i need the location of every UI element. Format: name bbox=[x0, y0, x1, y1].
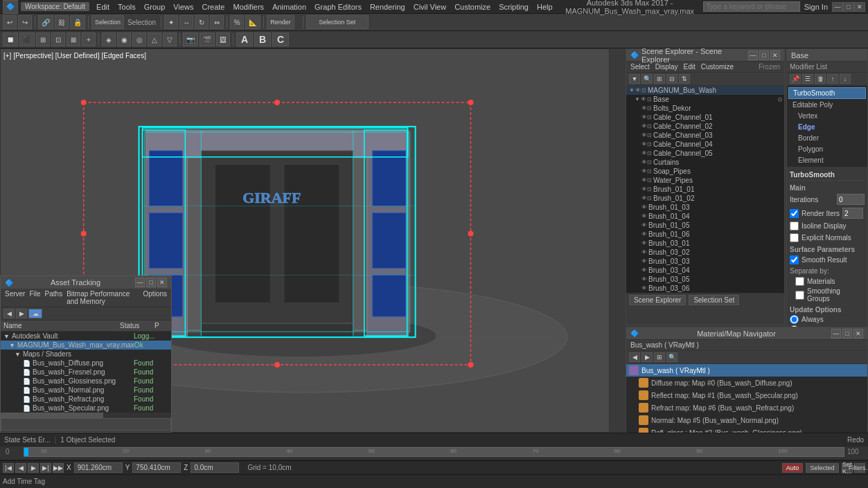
materials-check[interactable] bbox=[795, 277, 804, 286]
tb2-btn11[interactable]: ▽ bbox=[163, 33, 177, 46]
mod-item-border[interactable]: Border bbox=[788, 133, 866, 143]
filters-btn[interactable]: Filters... bbox=[854, 463, 865, 473]
menu-create[interactable]: Create bbox=[197, 1, 229, 12]
se-item-8[interactable]: 👁 ⊡ Curtains bbox=[626, 158, 784, 167]
at-search-input[interactable] bbox=[1, 418, 171, 431]
mat-item-2[interactable]: Reflect map: Map #1 (Bus_wash_Specular.p… bbox=[626, 389, 867, 401]
se-expand-btn[interactable]: ⊞ bbox=[654, 74, 665, 84]
at-close-btn[interactable]: ✕ bbox=[157, 278, 167, 287]
tb2-btn1[interactable]: 🔲 bbox=[3, 33, 18, 46]
se-item-17[interactable]: 👁 Brush_03_01 bbox=[626, 239, 784, 248]
search-input[interactable] bbox=[703, 1, 800, 12]
se-item-13[interactable]: 👁 Brush_01_03 bbox=[626, 203, 784, 212]
close-button[interactable]: ✕ bbox=[854, 2, 865, 12]
at-item-2[interactable]: ▼ Maps / Shaders bbox=[1, 350, 171, 359]
selected-btn[interactable]: Selected bbox=[806, 463, 839, 473]
se-item-5[interactable]: 👁 ⊡ Cable_Channel_03 bbox=[626, 131, 784, 140]
tb2-render3[interactable]: 🖼 bbox=[216, 33, 230, 46]
at-menu-bitmap[interactable]: Bitmap Performance and Memory bbox=[67, 290, 139, 305]
at-item-1[interactable]: ▼ MAGNUM_Bus_Wash_max_vray.max Ok bbox=[1, 341, 171, 350]
redo-label[interactable]: Redo bbox=[847, 436, 864, 444]
at-menu-file[interactable]: File bbox=[29, 290, 40, 305]
nav-prev-frame[interactable]: ◀ bbox=[15, 463, 26, 473]
menu-animation[interactable]: Animation bbox=[268, 1, 310, 12]
se-menu-select[interactable]: Select bbox=[630, 63, 650, 71]
menu-edit[interactable]: Edit bbox=[92, 1, 114, 12]
selection-set-btn[interactable]: Selection Set bbox=[306, 15, 369, 29]
mat-item-1[interactable]: Diffuse map: Map #0 (Bus_wash_Diffuse.pn… bbox=[626, 377, 867, 389]
redo-button[interactable]: ↪ bbox=[18, 15, 32, 29]
x-input[interactable] bbox=[74, 462, 123, 473]
workspace-badge[interactable]: Workspace: Default bbox=[21, 2, 89, 11]
mat-tb1[interactable]: ◀ bbox=[629, 352, 640, 362]
unlink-button[interactable]: ⛓ bbox=[55, 15, 69, 29]
mat-close-btn[interactable]: ✕ bbox=[853, 329, 863, 338]
at-maximize-btn[interactable]: □ bbox=[146, 278, 156, 287]
state-sets-label[interactable]: State Sets Er... bbox=[4, 436, 51, 444]
mat-tb3[interactable]: ⊞ bbox=[654, 352, 665, 362]
tb2-render2[interactable]: 🎬 bbox=[200, 33, 215, 46]
at-item-0[interactable]: ▼ Autodesk Vault Logg... bbox=[1, 332, 171, 341]
mod-pin-btn[interactable]: 📌 bbox=[790, 74, 801, 84]
se-bottom-scene-explorer[interactable]: Scene Explorer bbox=[629, 295, 686, 305]
se-item-2[interactable]: 👁 ⊡ Bolts_Dekor bbox=[626, 104, 784, 113]
se-item-18[interactable]: 👁 Brush_03_02 bbox=[626, 248, 784, 257]
at-item-7[interactable]: 📄 Bus_wash_Refract.png Found bbox=[1, 395, 171, 404]
se-close-btn[interactable]: ✕ bbox=[770, 51, 780, 60]
select-object-btn[interactable]: ✦ bbox=[164, 15, 178, 29]
at-minimize-btn[interactable]: — bbox=[135, 278, 145, 287]
menu-customize[interactable]: Customize bbox=[450, 1, 495, 12]
mod-item-edge[interactable]: Edge bbox=[788, 122, 866, 132]
mod-item-element[interactable]: Element bbox=[788, 155, 866, 165]
nav-play[interactable]: ▶ bbox=[28, 463, 39, 473]
select-rotate-btn[interactable]: ↻ bbox=[195, 15, 209, 29]
menu-rendering[interactable]: Rendering bbox=[366, 1, 409, 12]
explicit-normals-check[interactable] bbox=[790, 233, 799, 242]
tb2-btn2[interactable]: ⬛ bbox=[19, 33, 35, 46]
menu-scripting[interactable]: Scripting bbox=[495, 1, 533, 12]
timeline-track[interactable]: 10 20 30 40 50 60 70 80 90 100 bbox=[24, 447, 844, 457]
mod-up-btn[interactable]: ↑ bbox=[827, 74, 838, 84]
se-item-16[interactable]: 👁 Brush_01_06 bbox=[626, 230, 784, 239]
nav-next-frame[interactable]: ▶| bbox=[40, 463, 51, 473]
nav-play-back[interactable]: |◀ bbox=[3, 463, 14, 473]
se-collapse-btn[interactable]: ⊟ bbox=[666, 74, 677, 84]
mod-list-btn[interactable]: ☰ bbox=[802, 74, 813, 84]
menu-views[interactable]: Views bbox=[169, 1, 197, 12]
y-input[interactable] bbox=[132, 462, 181, 473]
at-tb2[interactable]: ▶ bbox=[16, 309, 27, 318]
menu-help[interactable]: Help bbox=[533, 1, 557, 12]
percent-btn[interactable]: % bbox=[230, 15, 244, 29]
tb2-btn3[interactable]: ⊞ bbox=[36, 33, 50, 46]
se-item-20[interactable]: 👁 Brush_03_04 bbox=[626, 266, 784, 275]
select-move-btn[interactable]: ↔ bbox=[179, 15, 193, 29]
select-scale-btn[interactable]: ⇔ bbox=[210, 15, 224, 29]
undo-button[interactable]: ↩ bbox=[3, 15, 17, 29]
iterations-input[interactable] bbox=[837, 194, 865, 205]
se-item-21[interactable]: 👁 Brush_03_05 bbox=[626, 275, 784, 284]
mod-item-vertex[interactable]: Vertex bbox=[788, 111, 866, 121]
at-item-8[interactable]: 📄 Bus_wash_Specular.png Found bbox=[1, 404, 171, 413]
at-item-5[interactable]: 📄 Bus_wash_Glossiness.png Found bbox=[1, 377, 171, 386]
tb2-btn5[interactable]: ⊠ bbox=[67, 33, 80, 46]
menu-group[interactable]: Group bbox=[140, 1, 170, 12]
se-item-22[interactable]: 👁 Brush_03_06 bbox=[626, 284, 784, 293]
se-item-base[interactable]: ▼ 👁 ⊡ Base ⚙ bbox=[626, 95, 784, 104]
se-item-10[interactable]: 👁 ⊡ Water_Pipes bbox=[626, 176, 784, 185]
mod-down-btn[interactable]: ↓ bbox=[840, 74, 851, 84]
tb2-render1[interactable]: 📷 bbox=[183, 33, 198, 46]
nav-play-forward[interactable]: ▶▶ bbox=[53, 463, 64, 473]
at-menu-options[interactable]: Options bbox=[143, 290, 167, 305]
link-button[interactable]: 🔗 bbox=[38, 15, 53, 29]
tb2-abc-c[interactable]: C bbox=[272, 33, 289, 46]
se-minimize-btn[interactable]: — bbox=[748, 51, 758, 60]
smoothing-groups-check[interactable] bbox=[795, 291, 804, 300]
tb2-btn6[interactable]: + bbox=[82, 33, 96, 46]
tb2-btn7[interactable]: ◈ bbox=[102, 33, 116, 46]
se-menu-edit[interactable]: Edit bbox=[684, 63, 696, 71]
at-item-6[interactable]: 📄 Bus_wash_Normal.png Found bbox=[1, 386, 171, 395]
se-item-14[interactable]: 👁 Brush_01_04 bbox=[626, 212, 784, 221]
at-tb1[interactable]: ◀ bbox=[3, 309, 15, 318]
maximize-button[interactable]: □ bbox=[843, 2, 854, 12]
se-item-3[interactable]: 👁 ⊡ Cable_Channel_01 bbox=[626, 113, 784, 122]
